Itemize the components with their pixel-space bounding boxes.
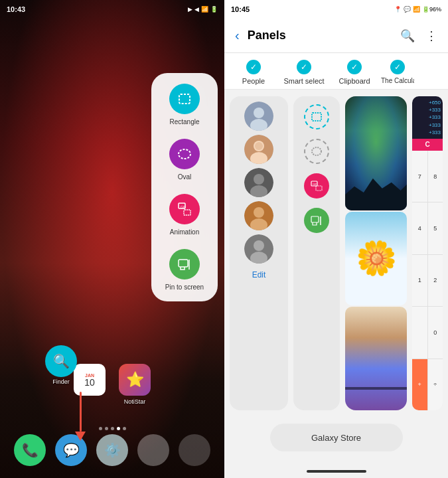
whatsapp-icon: 💬 (404, 6, 411, 13)
people-panel: Edit (230, 96, 288, 410)
status-bar-right: 10:45 📍 💬 📶 🔋96% (224, 0, 448, 19)
svg-rect-23 (312, 113, 321, 121)
svg-point-15 (254, 174, 264, 185)
tab-clipboard[interactable]: ✓ Clipboard (331, 60, 378, 85)
dot-5 (123, 427, 126, 430)
tab-smart-select[interactable]: ✓ Smart select (280, 60, 328, 85)
location-icon: 📍 (394, 6, 402, 13)
extra-dock-slot (137, 434, 169, 466)
calc-check: ✓ (390, 60, 405, 74)
dot-4 (117, 427, 120, 430)
finder-icon: 🔍 (45, 345, 77, 377)
home-bar (307, 470, 366, 473)
svg-rect-3 (184, 210, 190, 215)
svg-rect-28 (311, 216, 319, 222)
pin-icon (169, 249, 200, 279)
calc-row-3: +333 (414, 114, 441, 121)
contact-3[interactable] (244, 168, 273, 197)
contact-2[interactable] (244, 135, 273, 164)
wifi-icon: ◀ (194, 6, 199, 13)
clipboard-panel: 🌼 (345, 96, 407, 410)
calc-0[interactable]: 0 (428, 307, 443, 358)
signal-icon-right: 📶 (413, 6, 420, 13)
calendar-icon: JAN 10 (74, 364, 106, 396)
svg-point-1 (179, 149, 190, 159)
svg-text:GIF: GIF (313, 183, 317, 186)
phone-dock-icon[interactable]: 📞 (14, 434, 46, 466)
calculator-panel: +650 +333 +333 +333 +333 C 7 8 4 5 1 2 0… (412, 96, 443, 410)
panels-tabs: ✓ People ✓ Smart select ✓ Clipboard ✓ Th… (224, 53, 448, 90)
finder-label: Finder (45, 378, 77, 385)
svg-point-21 (254, 240, 264, 251)
status-time-right: 10:45 (231, 5, 250, 13)
svg-text:GIF: GIF (181, 205, 186, 209)
status-bar-left: 10:43 ▶ ◀ 📶 🔋 (0, 0, 224, 19)
search-button[interactable]: 🔍 (398, 26, 417, 46)
right-panel: 10:45 📍 💬 📶 🔋96% ‹ Panels 🔍 ⋮ ✓ People ✓… (224, 0, 448, 478)
galaxy-store-bar: Galaxy Store (224, 417, 448, 465)
battery-right: 🔋96% (422, 6, 441, 13)
calc-1[interactable]: 1 (412, 255, 427, 306)
panels-header: ‹ Panels 🔍 ⋮ (224, 19, 448, 53)
svg-point-18 (254, 207, 264, 218)
panels-title: Panels (248, 29, 392, 42)
daisy-flower: 🌼 (356, 239, 397, 278)
calc-8[interactable]: 8 (428, 151, 443, 202)
popup-pin[interactable]: Pin to screen (165, 249, 204, 291)
contact-1[interactable] (244, 102, 273, 131)
pin-label: Pin to screen (165, 283, 204, 291)
smart-select-check: ✓ (297, 60, 311, 74)
tab-calculator[interactable]: ✓ The Calcula... (381, 60, 414, 85)
calc-7[interactable]: 7 (412, 151, 427, 202)
back-button[interactable]: ‹ (232, 25, 242, 46)
tab-people[interactable]: ✓ People (230, 60, 277, 85)
smart-select-panel: GIF (293, 96, 340, 410)
extra-dock-slot-2 (179, 434, 210, 466)
popup-oval[interactable]: Oval (169, 139, 200, 181)
oval-icon (169, 139, 200, 169)
notistar-label: NotiStar (124, 398, 146, 405)
bridge-element (345, 387, 407, 390)
popup-animation[interactable]: GIF Animation (169, 194, 200, 236)
people-check: ✓ (246, 60, 261, 74)
status-icons-right: 📍 💬 📶 🔋96% (394, 6, 441, 13)
notistar-app[interactable]: ⭐ NotiStar (119, 364, 151, 405)
calc-row-1: +650 (414, 99, 441, 106)
status-time-left: 10:43 (7, 5, 25, 13)
ss-oval-icon (304, 139, 329, 164)
svg-rect-0 (179, 94, 190, 104)
calc-row-2: +333 (414, 106, 441, 114)
contact-4[interactable] (244, 201, 273, 230)
people-label: People (242, 77, 265, 85)
galaxy-store-button[interactable]: Galaxy Store (270, 424, 403, 451)
calc-empty (412, 307, 427, 358)
more-button[interactable]: ⋮ (423, 26, 440, 46)
arrow-indicator (66, 392, 86, 441)
calc-plus[interactable]: + (412, 359, 427, 410)
svg-point-24 (312, 147, 321, 155)
arrow-head (75, 432, 86, 441)
settings-dock-icon[interactable]: ⚙️ (96, 434, 128, 466)
clipboard-image-3 (345, 307, 407, 410)
ss-animation-icon: GIF (304, 173, 329, 199)
calc-2[interactable]: 2 (428, 255, 443, 306)
animation-label: Animation (170, 228, 199, 236)
calc-4[interactable]: 4 (412, 202, 427, 254)
dot-2 (105, 427, 108, 430)
calc-label: The Calcula... (381, 77, 414, 84)
finder-app: 🔍 Finder (45, 345, 77, 385)
popup-rectangle[interactable]: Rectangle (169, 84, 200, 125)
sim-icon: ▶ (188, 6, 192, 13)
left-panel: 10:43 ▶ ◀ 📶 🔋 Rectangle Oval GIF Animati… (0, 0, 224, 478)
dot-3 (111, 427, 114, 430)
contact-5[interactable] (244, 234, 273, 264)
panels-content: Edit GIF 🌼 (224, 90, 448, 417)
edit-link[interactable]: Edit (252, 270, 266, 279)
dot-1 (99, 427, 102, 430)
bottom-dock: 📞 💬 ⚙️ (0, 434, 224, 466)
calc-row-5: +333 (414, 129, 441, 136)
calc-5[interactable]: 5 (428, 202, 443, 254)
calc-div[interactable]: ÷ (428, 359, 443, 410)
home-app-row: JAN 10 ⭐ NotiStar (0, 364, 224, 405)
calc-c-button[interactable]: C (412, 139, 443, 151)
